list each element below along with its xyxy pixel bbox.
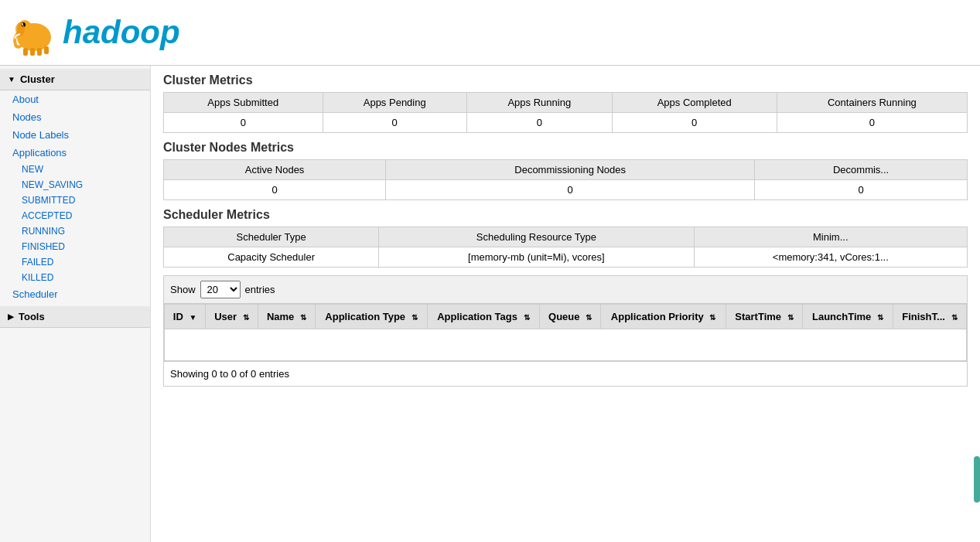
sidebar-item-node-labels[interactable]: Node Labels (0, 126, 150, 144)
name-sort-icon: ⇅ (300, 313, 306, 322)
application-tags-sort-icon: ⇅ (524, 313, 530, 322)
data-table-wrapper: ID ▼ User ⇅ Name ⇅ Application Type (163, 303, 968, 362)
sidebar-item-running[interactable]: RUNNING (0, 223, 150, 239)
col-apps-completed: Apps Completed (612, 93, 777, 113)
entries-label: entries (245, 284, 275, 295)
hadoop-elephant-icon (9, 8, 60, 58)
scheduler-metrics-title: Scheduler Metrics (163, 208, 968, 222)
col-scheduling-resource-type: Scheduling Resource Type (379, 227, 694, 247)
cluster-arrow-icon: ▼ (8, 75, 15, 84)
val-apps-pending: 0 (323, 113, 466, 133)
finish-time-sort-icon: ⇅ (951, 313, 958, 322)
applications-table: ID ▼ User ⇅ Name ⇅ Application Type (164, 304, 967, 361)
val-apps-completed: 0 (612, 113, 777, 133)
col-queue[interactable]: Queue ⇅ (539, 305, 601, 329)
tools-section: ▶ Tools (0, 306, 150, 328)
sidebar-item-failed[interactable]: FAILED (0, 254, 150, 270)
col-id[interactable]: ID ▼ (165, 305, 206, 329)
scheduler-metrics-table: Scheduler Type Scheduling Resource Type … (163, 227, 968, 268)
col-start-time[interactable]: StartTime ⇅ (726, 305, 802, 329)
col-active-nodes: Active Nodes (164, 160, 386, 180)
col-application-tags[interactable]: Application Tags ⇅ (427, 305, 539, 329)
scheduler-metrics-row: Capacity Scheduler [memory-mb (unit=Mi),… (164, 247, 968, 268)
val-scheduling-resource-type: [memory-mb (unit=Mi), vcores] (379, 247, 694, 268)
user-sort-icon: ⇅ (243, 313, 249, 322)
cluster-metrics-row: 0 0 0 0 0 (164, 113, 968, 133)
table-header-row: ID ▼ User ⇅ Name ⇅ Application Type (165, 305, 967, 329)
sidebar-item-applications[interactable]: Applications (0, 144, 150, 162)
val-scheduler-type: Capacity Scheduler (164, 247, 379, 268)
col-name[interactable]: Name ⇅ (258, 305, 315, 329)
col-scheduler-type: Scheduler Type (164, 227, 379, 247)
tools-arrow-icon: ▶ (8, 312, 14, 321)
col-decommis: Decommis... (755, 160, 968, 180)
col-application-type[interactable]: Application Type ⇅ (316, 305, 428, 329)
sidebar-item-new[interactable]: NEW (0, 162, 150, 177)
main-content: Cluster Metrics Apps Submitted Apps Pend… (151, 66, 980, 542)
cluster-metrics-title: Cluster Metrics (163, 73, 968, 87)
col-user[interactable]: User ⇅ (206, 305, 258, 329)
sidebar: ▼ Cluster About Nodes Node Labels Applic… (0, 66, 151, 542)
cluster-nodes-metrics-table: Active Nodes Decommissioning Nodes Decom… (163, 159, 968, 200)
svg-rect-5 (30, 48, 35, 56)
hadoop-logo-text: hadoop (63, 14, 180, 51)
svg-rect-6 (37, 48, 42, 56)
col-containers-running: Containers Running (777, 93, 967, 113)
application-priority-sort-icon: ⇅ (709, 313, 715, 322)
col-finish-time[interactable]: FinishT... ⇅ (893, 305, 966, 329)
cluster-nodes-metrics-title: Cluster Nodes Metrics (163, 141, 968, 155)
sidebar-item-scheduler[interactable]: Scheduler (0, 285, 150, 303)
logo-container: hadoop (9, 8, 180, 58)
sidebar-item-finished[interactable]: FINISHED (0, 239, 150, 254)
sidebar-item-accepted[interactable]: ACCEPTED (0, 208, 150, 223)
val-decommis: 0 (755, 180, 968, 200)
sidebar-item-about[interactable]: About (0, 90, 150, 108)
col-launch-time[interactable]: LaunchTime ⇅ (803, 305, 893, 329)
svg-rect-4 (23, 48, 28, 56)
col-decommissioning-nodes: Decommissioning Nodes (386, 160, 755, 180)
col-apps-pending: Apps Pending (323, 93, 466, 113)
show-label: Show (170, 284, 196, 295)
col-apps-submitted: Apps Submitted (164, 93, 323, 113)
id-sort-icon: ▼ (189, 313, 196, 322)
scrollbar-indicator[interactable] (974, 456, 980, 503)
table-body (165, 329, 967, 361)
svg-rect-7 (44, 46, 49, 54)
val-decommissioning-nodes: 0 (386, 180, 755, 200)
cluster-label: Cluster (20, 73, 55, 85)
tools-section-header[interactable]: ▶ Tools (0, 306, 150, 328)
queue-sort-icon: ⇅ (586, 313, 592, 322)
val-apps-submitted: 0 (164, 113, 323, 133)
entries-select[interactable]: 10 20 25 50 100 (200, 281, 241, 298)
header: hadoop (0, 0, 980, 66)
col-application-priority[interactable]: Application Priority ⇅ (601, 305, 726, 329)
val-apps-running: 0 (466, 113, 612, 133)
svg-point-8 (22, 23, 23, 25)
cluster-section-header[interactable]: ▼ Cluster (0, 69, 150, 90)
showing-text: Showing 0 to 0 of 0 entries (163, 362, 968, 387)
entries-control: Show 10 20 25 50 100 entries (163, 275, 968, 303)
cluster-nodes-row: 0 0 0 (164, 180, 968, 200)
sidebar-item-killed[interactable]: KILLED (0, 270, 150, 285)
col-apps-running: Apps Running (466, 93, 612, 113)
application-type-sort-icon: ⇅ (411, 313, 418, 322)
sidebar-item-new-saving[interactable]: NEW_SAVING (0, 177, 150, 193)
launch-time-sort-icon: ⇅ (877, 313, 883, 322)
val-containers-running: 0 (777, 113, 967, 133)
val-active-nodes: 0 (164, 180, 386, 200)
col-minim: Minim... (694, 227, 967, 247)
cluster-metrics-table: Apps Submitted Apps Pending Apps Running… (163, 92, 968, 133)
val-minim: <memory:341, vCores:1... (694, 247, 967, 268)
sidebar-item-nodes[interactable]: Nodes (0, 108, 150, 126)
sidebar-item-submitted[interactable]: SUBMITTED (0, 193, 150, 208)
empty-row (165, 329, 967, 361)
start-time-sort-icon: ⇅ (787, 313, 794, 322)
tools-label: Tools (19, 311, 45, 322)
